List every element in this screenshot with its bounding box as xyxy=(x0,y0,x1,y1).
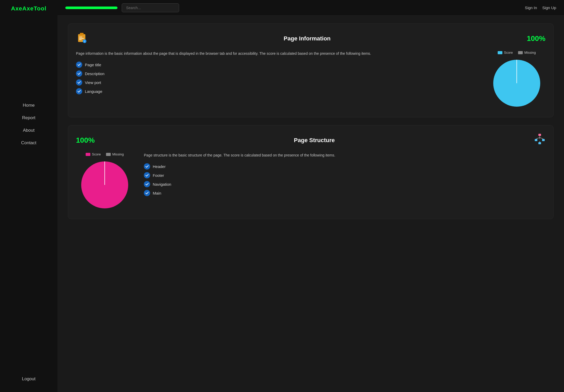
svg-rect-4 xyxy=(79,39,82,40)
list-item: Navigation xyxy=(144,181,545,187)
list-item: Footer xyxy=(144,172,545,178)
svg-line-14 xyxy=(536,137,540,139)
page-structure-icon xyxy=(534,133,545,147)
logout-button[interactable]: Logout xyxy=(22,376,36,382)
header: Sign In Sign Up xyxy=(57,0,564,16)
check-icon-2 xyxy=(76,70,82,77)
page-info-text: Page information is the basic informatio… xyxy=(76,51,478,109)
check-icon-1 xyxy=(76,62,82,68)
score-bar-fill xyxy=(65,7,118,9)
legend-missing: Missing xyxy=(518,51,536,55)
sidebar-nav: Home Report About Contact xyxy=(0,101,57,148)
header-right: Sign In Sign Up xyxy=(525,5,556,10)
page-structure-card: 100% Page Structure xyxy=(68,125,554,219)
sidebar: AxeAxeTool Home Report About Contact Log… xyxy=(0,0,57,392)
chart-legend-1: Score Missing xyxy=(498,51,536,55)
logo-accent: Axe xyxy=(11,5,22,12)
signup-link[interactable]: Sign Up xyxy=(542,5,556,10)
svg-text:i: i xyxy=(84,40,85,43)
list-item: Language xyxy=(76,88,478,94)
legend-score-2: Score xyxy=(86,152,101,156)
page-info-icon: i xyxy=(76,32,87,45)
svg-rect-3 xyxy=(79,38,84,39)
legend-dot-missing xyxy=(518,51,523,54)
page-information-card: i Page Information 100% Page information… xyxy=(68,23,554,117)
signin-link[interactable]: Sign In xyxy=(525,5,537,10)
page-structure-header: 100% Page Structure xyxy=(76,133,545,147)
page-info-description: Page information is the basic informatio… xyxy=(76,51,478,56)
check-icon-s3 xyxy=(144,181,150,187)
svg-rect-1 xyxy=(80,33,84,35)
score-bar xyxy=(65,7,118,9)
sidebar-item-home[interactable]: Home xyxy=(0,101,57,110)
svg-rect-9 xyxy=(538,134,541,136)
page-info-chart: Score Missing xyxy=(488,51,545,109)
chart-legend-2: Score Missing xyxy=(86,152,124,156)
legend-score: Score xyxy=(498,51,513,55)
page-info-header: i Page Information 100% xyxy=(76,32,545,45)
legend-missing-2: Missing xyxy=(106,152,124,156)
list-item: View port xyxy=(76,79,478,86)
main-content: Sign In Sign Up xyxy=(57,0,564,392)
sidebar-item-about[interactable]: About xyxy=(0,126,57,135)
svg-line-15 xyxy=(540,137,543,139)
pie-chart-1 xyxy=(491,57,543,109)
check-icon-s2 xyxy=(144,172,150,178)
page-info-score: 100% xyxy=(527,34,545,43)
legend-dot-score-2 xyxy=(86,153,90,156)
list-item: Header xyxy=(144,163,545,170)
page-structure-body: Score Missing Page structure is the basi… xyxy=(76,152,545,211)
page-structure-score: 100% xyxy=(76,136,95,144)
page-structure-text: Page structure is the basic structure of… xyxy=(144,152,545,196)
list-item: Main xyxy=(144,190,545,196)
page-structure-checklist: Header Footer Navigation xyxy=(144,163,545,196)
svg-rect-11 xyxy=(542,139,545,141)
content-area: i Page Information 100% Page information… xyxy=(57,16,564,227)
check-icon-4 xyxy=(76,88,82,94)
sidebar-item-report[interactable]: Report xyxy=(0,113,57,123)
svg-rect-10 xyxy=(535,139,537,141)
list-item: Page title xyxy=(76,62,478,68)
page-structure-chart: Score Missing xyxy=(76,152,133,211)
check-icon-3 xyxy=(76,79,82,86)
page-info-body: Page information is the basic informatio… xyxy=(76,51,545,109)
legend-dot-score xyxy=(498,51,502,54)
header-left xyxy=(65,3,179,12)
page-info-title: Page Information xyxy=(284,35,331,42)
app-logo: AxeAxeTool xyxy=(11,5,46,12)
search-input[interactable] xyxy=(122,3,179,12)
svg-rect-12 xyxy=(538,142,541,144)
check-icon-s4 xyxy=(144,190,150,196)
svg-rect-2 xyxy=(79,37,82,37)
logo-text: AxeTool xyxy=(22,5,46,12)
pie-chart-2 xyxy=(79,159,131,211)
page-structure-description: Page structure is the basic structure of… xyxy=(144,152,545,158)
list-item: Description xyxy=(76,70,478,77)
sidebar-item-contact[interactable]: Contact xyxy=(0,138,57,148)
legend-dot-missing-2 xyxy=(106,153,111,156)
page-info-checklist: Page title Description Vie xyxy=(76,62,478,94)
page-structure-title: Page Structure xyxy=(294,137,335,144)
check-icon-s1 xyxy=(144,163,150,170)
